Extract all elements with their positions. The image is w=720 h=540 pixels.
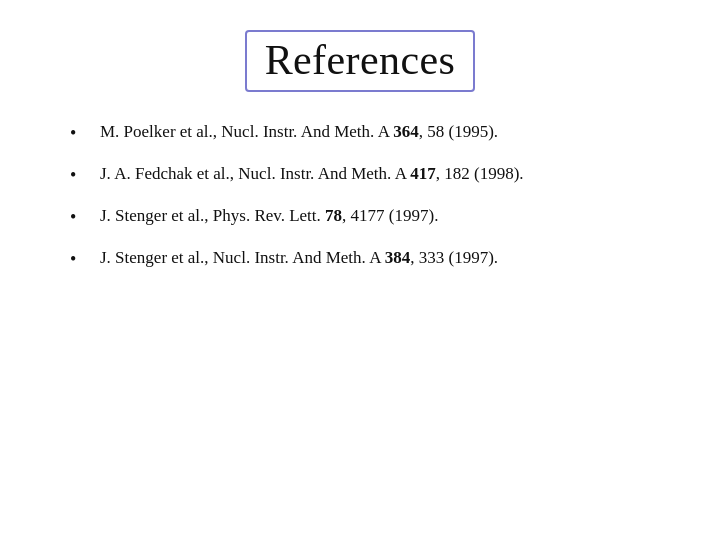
reference-text: J. A. Fedchak et al., Nucl. Instr. And M… [100,162,680,187]
title-box: References [245,30,476,92]
bullet-icon: • [70,204,90,230]
list-item: •J. Stenger et al., Nucl. Instr. And Met… [70,246,680,272]
reference-text: J. Stenger et al., Phys. Rev. Lett. 78, … [100,204,680,229]
title-wrapper: References [40,30,680,92]
list-item: •J. Stenger et al., Phys. Rev. Lett. 78,… [70,204,680,230]
reference-text: M. Poelker et al., Nucl. Instr. And Meth… [100,120,680,145]
page: References •M. Poelker et al., Nucl. Ins… [0,0,720,540]
list-item: •J. A. Fedchak et al., Nucl. Instr. And … [70,162,680,188]
reference-text: J. Stenger et al., Nucl. Instr. And Meth… [100,246,680,271]
references-list: •M. Poelker et al., Nucl. Instr. And Met… [70,120,680,288]
bullet-icon: • [70,120,90,146]
page-title: References [265,37,456,83]
bullet-icon: • [70,246,90,272]
list-item: •M. Poelker et al., Nucl. Instr. And Met… [70,120,680,146]
bullet-icon: • [70,162,90,188]
